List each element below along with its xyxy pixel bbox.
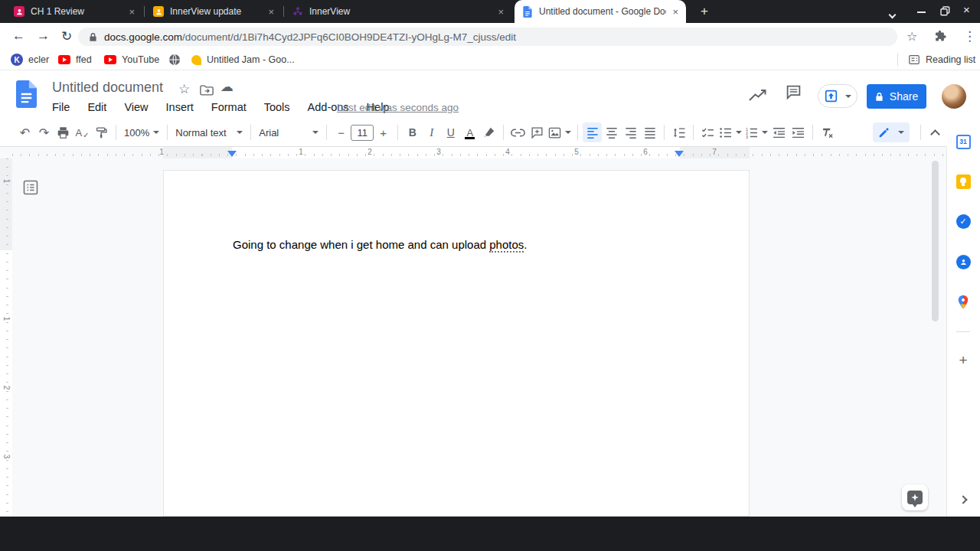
undo-button[interactable]: ↶	[15, 122, 34, 142]
increase-font-size-button[interactable]: +	[374, 122, 393, 142]
present-button[interactable]	[818, 84, 858, 108]
star-document-icon[interactable]: ☆	[178, 81, 190, 97]
horizontal-ruler[interactable]: 1 1 2 3 4 5 6 7	[0, 147, 946, 158]
calendar-icon[interactable]: 31	[956, 134, 971, 149]
bold-button[interactable]: B	[403, 122, 422, 142]
menu-edit[interactable]: Edit	[87, 101, 106, 113]
google-docs-logo-icon[interactable]	[16, 80, 37, 108]
address-bar[interactable]: docs.google.com/document/d/1Bi7h4Cyd2JPF…	[78, 28, 897, 46]
tab-untitled-document[interactable]: Untitled document - Google Docs ×	[514, 0, 686, 23]
bookmark-ffed[interactable]: ffed	[58, 50, 92, 70]
insert-link-button[interactable]	[508, 122, 528, 142]
keep-icon[interactable]	[956, 174, 971, 189]
docs-toolbar: ↶ ↷ A✓ 100% Normal text Arial − 11 + B I…	[0, 119, 946, 147]
document-title[interactable]: Untitled document	[52, 80, 163, 96]
get-addons-button[interactable]: +	[956, 353, 971, 368]
menu-file[interactable]: File	[52, 101, 70, 113]
ruler-number: 1	[297, 148, 305, 156]
collapse-toolbar-icon[interactable]	[930, 129, 940, 139]
vertical-scrollbar[interactable]	[932, 161, 939, 321]
menu-format[interactable]: Format	[211, 101, 247, 113]
document-insights-icon[interactable]	[749, 89, 767, 102]
insert-image-button[interactable]	[547, 122, 573, 142]
numbered-list-button[interactable]: 123	[743, 122, 769, 142]
move-to-folder-icon[interactable]	[200, 84, 214, 96]
bookmark-untitled-jam[interactable]: Untitled Jam - Goo...	[191, 50, 295, 70]
add-comment-button[interactable]	[528, 122, 547, 142]
extensions-icon[interactable]	[934, 30, 947, 43]
explore-button[interactable]	[902, 484, 928, 510]
menu-view[interactable]: View	[124, 101, 148, 113]
italic-button[interactable]: I	[422, 122, 441, 142]
tab-search-chevron-icon[interactable]	[890, 7, 895, 21]
pencil-icon	[878, 127, 890, 139]
bookmark-label: Untitled Jam - Goo...	[207, 54, 295, 65]
font-family-select[interactable]: Arial	[256, 127, 322, 139]
profile-avatar[interactable]	[942, 84, 966, 109]
close-tab-icon[interactable]: ×	[498, 6, 504, 18]
left-indent-marker[interactable]	[227, 151, 237, 157]
close-tab-icon[interactable]: ×	[268, 6, 274, 18]
forward-icon[interactable]: →	[37, 28, 50, 44]
bookmark-star-icon[interactable]: ☆	[906, 29, 917, 44]
print-button[interactable]	[54, 122, 73, 142]
bulleted-list-button[interactable]	[717, 122, 743, 142]
contacts-icon[interactable]	[956, 254, 971, 269]
minimize-window-icon[interactable]	[917, 11, 926, 13]
menu-tools[interactable]: Tools	[264, 101, 290, 113]
justify-button[interactable]	[640, 122, 659, 142]
text-color-button[interactable]: A	[460, 122, 479, 142]
paragraph-style-select[interactable]: Normal text	[172, 127, 246, 139]
toolbar-divider	[503, 125, 504, 140]
maps-icon[interactable]	[956, 294, 971, 309]
youtube-icon	[104, 55, 116, 64]
decrease-indent-button[interactable]	[769, 122, 789, 142]
close-tab-icon[interactable]: ×	[129, 6, 135, 18]
underline-button[interactable]: U	[441, 122, 460, 142]
document-page[interactable]: Going to change when i get home and can …	[163, 170, 750, 517]
bookmark-youtube[interactable]: YouTube	[104, 50, 159, 70]
vertical-ruler[interactable]: 1 1 2 3 4	[0, 158, 12, 517]
highlight-color-button[interactable]	[479, 122, 498, 142]
open-comments-icon[interactable]	[786, 84, 802, 100]
last-edit-link[interactable]: Last edit was seconds ago	[337, 102, 459, 113]
bookmark-ecler[interactable]: K ecler	[11, 50, 49, 70]
align-right-button[interactable]	[621, 122, 640, 142]
restore-window-icon[interactable]	[940, 6, 950, 16]
share-button[interactable]: Share	[867, 84, 926, 109]
increase-indent-button[interactable]	[789, 122, 808, 142]
tab-innerview-update[interactable]: InnerView update ×	[145, 0, 282, 23]
align-left-button[interactable]	[583, 122, 602, 142]
document-text[interactable]: Going to change when i get home and can …	[233, 238, 527, 251]
collapse-panel-chevron-icon[interactable]	[956, 492, 971, 507]
back-icon[interactable]: ←	[12, 28, 25, 44]
reading-list-button[interactable]: Reading list	[908, 50, 975, 70]
document-status-cloud-icon[interactable]: ☁	[220, 79, 234, 95]
spellcheck-button[interactable]: A✓	[73, 122, 92, 142]
editing-mode-button[interactable]	[873, 122, 910, 142]
align-center-button[interactable]	[602, 122, 621, 142]
close-window-icon[interactable]: ×	[963, 3, 970, 16]
close-tab-icon[interactable]: ×	[672, 6, 678, 18]
line-spacing-button[interactable]	[669, 122, 688, 142]
tasks-icon[interactable]: ✓	[956, 214, 971, 229]
bookmark-globe[interactable]	[168, 50, 181, 70]
ruler-ticks	[6, 158, 8, 517]
reload-icon[interactable]: ↻	[61, 28, 72, 44]
tab-innerview[interactable]: InnerView ×	[285, 0, 511, 23]
document-outline-icon[interactable]	[23, 180, 38, 195]
decrease-font-size-button[interactable]: −	[332, 122, 351, 142]
new-tab-button[interactable]: +	[695, 2, 714, 21]
paint-format-button[interactable]	[92, 122, 111, 142]
redo-button[interactable]: ↷	[34, 122, 54, 142]
flagged-word[interactable]: photos	[489, 238, 524, 253]
clear-formatting-button[interactable]	[818, 122, 837, 142]
checklist-button[interactable]	[698, 122, 717, 142]
font-size-input[interactable]: 11	[351, 125, 374, 141]
browser-menu-icon[interactable]: ⋮	[963, 28, 976, 44]
zoom-select[interactable]: 100%	[121, 127, 162, 139]
tab-ch1-review[interactable]: CH 1 Review ×	[6, 0, 142, 23]
jamboard-icon	[191, 55, 201, 65]
menu-insert[interactable]: Insert	[166, 101, 194, 113]
right-indent-marker[interactable]	[675, 151, 684, 157]
